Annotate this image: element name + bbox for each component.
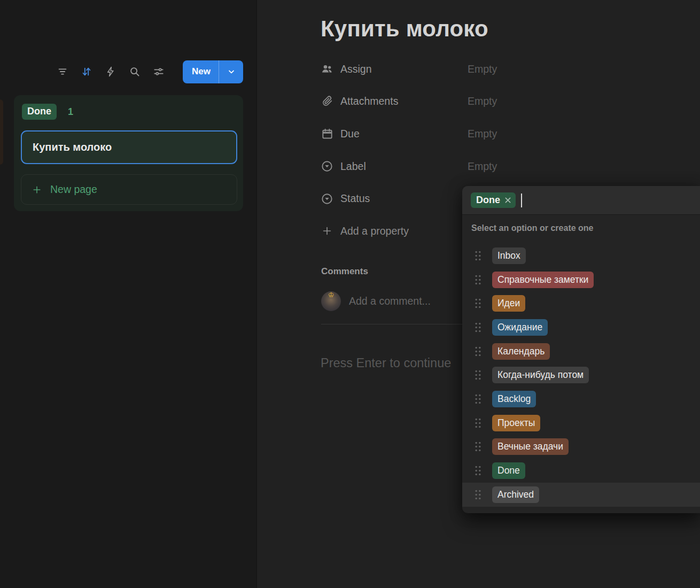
option-list: InboxСправочные заметкиИдеиОжиданиеКален…	[462, 244, 700, 507]
option-tag: Inbox	[492, 247, 526, 264]
comment-input[interactable]: Add a comment...	[349, 295, 431, 307]
drag-handle-icon[interactable]	[474, 298, 482, 309]
property-value[interactable]: Empty	[468, 128, 497, 140]
drag-handle-icon[interactable]	[474, 441, 482, 452]
sort-icon[interactable]	[80, 65, 93, 78]
remove-tag-icon[interactable]	[504, 197, 511, 204]
option-row[interactable]: Проекты	[462, 411, 700, 435]
property-row[interactable]: LabelEmpty	[321, 150, 689, 183]
calendar-icon	[321, 127, 333, 140]
property-value[interactable]: Empty	[468, 95, 497, 107]
comment-row: ♔ Add a comment...	[321, 291, 431, 311]
search-icon[interactable]	[128, 65, 141, 78]
property-row[interactable]: AttachmentsEmpty	[321, 86, 689, 118]
drag-handle-icon[interactable]	[474, 393, 482, 405]
option-tag: Календарь	[492, 343, 550, 360]
status-dropdown: Done Select an option or create one Inbo…	[462, 186, 700, 513]
group-header[interactable]: Done 1	[21, 104, 237, 120]
option-row[interactable]: Календарь	[462, 339, 700, 363]
card-title: Купить молоко	[33, 141, 112, 153]
drag-handle-icon[interactable]	[474, 346, 482, 357]
board-panel: New Done 1 Купить молоко New page	[0, 0, 257, 588]
option-tag: Backlog	[492, 391, 536, 407]
option-tag: Вечные задачи	[492, 438, 569, 455]
option-row[interactable]: Справочные заметки	[462, 268, 700, 292]
dropdown-hint: Select an option or create one	[462, 223, 700, 233]
property-value[interactable]: Empty	[468, 160, 497, 173]
select-icon	[321, 192, 333, 205]
board-toolbar: New	[0, 60, 243, 83]
property-label[interactable]: Label	[340, 160, 366, 173]
filter-icon[interactable]	[56, 65, 69, 78]
kanban-card-selected[interactable]: Купить молоко	[21, 130, 237, 164]
group-status-tag: Done	[22, 104, 57, 120]
selected-status-label: Done	[476, 194, 500, 206]
option-tag: Проекты	[492, 415, 540, 431]
new-split-button: New	[183, 60, 243, 83]
page-title[interactable]: Купить молоко	[321, 16, 488, 42]
avatar: ♔	[321, 291, 341, 311]
option-tag: Done	[492, 462, 525, 479]
option-tag: Идеи	[492, 295, 525, 312]
new-page-button[interactable]: New page	[21, 174, 237, 205]
drag-handle-icon[interactable]	[474, 417, 482, 429]
group-count: 1	[68, 106, 73, 118]
press-enter-hint: Press Enter to continue	[321, 356, 451, 370]
dropdown-body: Select an option or create one InboxСпра…	[462, 215, 700, 513]
comments-heading: Comments	[321, 266, 368, 277]
text-cursor	[521, 194, 522, 207]
drag-handle-icon[interactable]	[474, 274, 482, 285]
option-row[interactable]: Когда-нибудь потом	[462, 363, 700, 387]
property-row[interactable]: DueEmpty	[321, 118, 689, 150]
adjacent-column-card-edge	[0, 99, 3, 165]
property-label[interactable]: Due	[340, 128, 360, 140]
property-label[interactable]: Assign	[340, 63, 372, 75]
sliders-icon[interactable]	[152, 65, 165, 78]
property-label[interactable]: Attachments	[340, 95, 398, 107]
option-tag: Ожидание	[492, 319, 548, 336]
kanban-group-done: Done 1 Купить молоко New page	[14, 95, 243, 211]
drag-handle-icon[interactable]	[474, 489, 482, 500]
property-value[interactable]: Empty	[468, 63, 497, 75]
option-row[interactable]: Backlog	[462, 387, 700, 411]
select-icon	[321, 160, 333, 173]
drag-handle-icon[interactable]	[474, 250, 482, 261]
plus-icon	[32, 184, 42, 195]
option-row[interactable]: Inbox	[462, 244, 700, 268]
drag-handle-icon[interactable]	[474, 369, 482, 381]
add-property-label: Add a property	[340, 225, 409, 237]
property-label[interactable]: Status	[340, 192, 370, 205]
new-page-label: New page	[50, 183, 97, 196]
page-detail-panel: Купить молоко AssignEmptyAttachmentsEmpt…	[257, 0, 700, 588]
status-tag-input[interactable]: Done	[462, 186, 700, 215]
new-button[interactable]: New	[183, 60, 219, 83]
option-tag: Справочные заметки	[492, 272, 594, 288]
option-row[interactable]: Вечные задачи	[462, 435, 700, 459]
assign-icon	[321, 63, 333, 75]
drag-handle-icon[interactable]	[474, 465, 482, 476]
selected-status-chip[interactable]: Done	[471, 192, 516, 208]
app-window: New Done 1 Купить молоко New page	[0, 0, 700, 588]
drag-handle-icon[interactable]	[474, 322, 482, 333]
option-tag: Archived	[492, 486, 539, 503]
chevron-down-icon[interactable]	[219, 60, 243, 83]
option-row[interactable]: Идеи	[462, 291, 700, 315]
option-row[interactable]: Ожидание	[462, 315, 700, 339]
property-row[interactable]: AssignEmpty	[321, 53, 689, 86]
option-row[interactable]: Done	[462, 459, 700, 483]
option-row[interactable]: Archived	[462, 483, 700, 507]
lightning-icon[interactable]	[104, 65, 117, 78]
plus-icon	[321, 225, 333, 237]
option-tag: Когда-нибудь потом	[492, 367, 589, 383]
attachment-icon	[321, 95, 333, 108]
